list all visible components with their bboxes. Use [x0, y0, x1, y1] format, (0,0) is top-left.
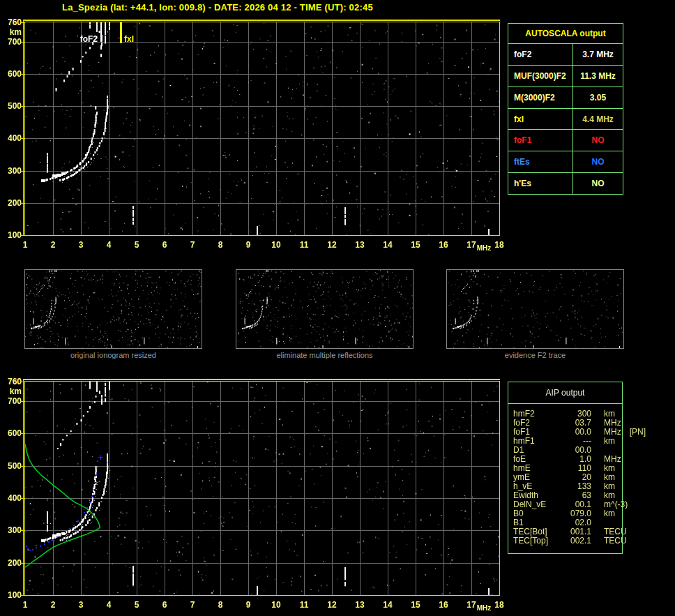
autoscala-row-value: NO [573, 135, 623, 145]
y-tick-mark [20, 74, 25, 75]
x-tick-label: 5 [126, 600, 147, 610]
x-tick-label: 8 [210, 240, 231, 250]
y-tick-label: 400 [1, 133, 22, 143]
y-tick-mark [20, 106, 25, 107]
autoscala-output-screen: La_Spezia (lat: +44.1, lon: 009.8) - DAT… [0, 0, 675, 616]
autoscala-row: M(3000)F23.05 [508, 87, 623, 109]
y-axis-unit-label: km [1, 27, 22, 37]
x-tick-label: 15 [405, 600, 426, 610]
thumbnail-caption-evidence: evidence F2 trace [446, 351, 624, 359]
x-tick-label: 8 [210, 600, 231, 610]
autoscala-row-value: 3.7 MHz [573, 50, 623, 59]
x-tick-label: 16 [433, 240, 454, 250]
aip-row: B0079.0km [513, 509, 622, 518]
y-tick-label: 300 [1, 525, 22, 535]
y-tick-label: 100 [1, 230, 22, 240]
y-tick-label: 700 [1, 37, 22, 47]
x-tick-label: 2 [43, 600, 63, 610]
autoscala-row-label: foF2 [508, 44, 573, 65]
y-tick-mark [20, 138, 25, 139]
station-date-title: La_Spezia (lat: +44.1, lon: 009.8) - DAT… [62, 2, 373, 13]
y-axis-unit-label: km [1, 386, 22, 396]
y-tick-label: 760 [1, 377, 22, 386]
x-tick-label: 1 [15, 600, 36, 610]
thumbnail-caption-eliminate: eliminate multiple reflections [236, 351, 414, 359]
autoscala-row-value: NO [573, 157, 623, 167]
aip-row-extra: [PN] [630, 428, 646, 437]
x-tick-label: 12 [321, 240, 342, 250]
autoscala-row-value: 4.4 MHz [573, 114, 623, 124]
y-tick-mark [20, 382, 25, 382]
autoscala-output-table: AUTOSCALA output foF23.7 MHzMUF(3000)F21… [508, 23, 623, 195]
bottom-plot-frame [24, 381, 500, 596]
y-tick-label: 500 [1, 461, 22, 471]
y-tick-label: 400 [1, 493, 22, 503]
thumbnail-original-ionogram [24, 269, 202, 349]
y-tick-label: 600 [1, 69, 22, 79]
y-tick-mark [20, 22, 25, 23]
x-tick-label: 11 [294, 600, 314, 610]
aip-row: TEC[Top]002.1TECU [513, 536, 622, 546]
autoscala-row: ftEsNO [508, 151, 623, 173]
y-tick-mark [20, 530, 25, 531]
autoscala-row-value: NO [573, 179, 623, 188]
x-tick-label: 3 [70, 600, 91, 610]
aip-row-unit: TECU [604, 536, 627, 546]
y-tick-label: 200 [1, 198, 22, 208]
autoscala-row-label: fxI [508, 109, 573, 130]
autoscala-row-value: 3.05 [573, 93, 623, 103]
y-tick-label: 100 [1, 590, 22, 600]
bottom-plot-outer-top-axis-line [23, 379, 500, 380]
aip-panel-rows: hmF2300kmfoF203.7MHzfoF100.0MHz[PN]hmF1-… [508, 404, 622, 546]
autoscala-row: fxI4.4 MHz [508, 109, 623, 130]
y-tick-mark [20, 42, 25, 43]
x-tick-label: 14 [377, 240, 398, 250]
top-plot-frame [24, 22, 500, 236]
x-axis-unit-label: MHz [473, 604, 494, 612]
x-tick-label: 15 [405, 240, 426, 250]
thumbnail-caption-original: original ionogram resized [24, 351, 202, 359]
autoscala-row: foF23.7 MHz [508, 44, 623, 66]
x-tick-label: 13 [349, 240, 370, 250]
autoscala-table-header: AUTOSCALA output [508, 24, 623, 44]
y-tick-mark [20, 171, 25, 172]
x-tick-label: 3 [70, 240, 91, 250]
x-tick-label: 9 [238, 240, 259, 250]
y-tick-mark [20, 595, 25, 596]
x-tick-label: 4 [98, 240, 119, 250]
x-tick-label: 10 [266, 600, 287, 610]
x-tick-label: 13 [349, 600, 370, 610]
y-tick-mark [20, 235, 25, 236]
x-tick-label: 9 [238, 600, 259, 610]
autoscala-row-label: h'Es [508, 173, 573, 194]
x-tick-label: 12 [321, 600, 342, 610]
x-tick-label: 6 [154, 240, 175, 250]
autoscala-row: h'EsNO [508, 173, 623, 194]
x-tick-label: 5 [126, 240, 147, 250]
y-tick-label: 200 [1, 558, 22, 568]
x-tick-label: 14 [377, 600, 398, 610]
thumbnail-eliminate-reflections [236, 269, 414, 349]
x-tick-label: 7 [182, 600, 203, 610]
y-tick-mark [20, 498, 25, 499]
autoscala-row-value: 11.3 MHz [573, 71, 623, 81]
aip-row-unit: km [604, 437, 615, 446]
aip-output-panel: AIP output hmF2300kmfoF203.7MHzfoF100.0M… [508, 382, 623, 554]
fof2-marker-label: foF2 [74, 34, 98, 44]
y-tick-label: 500 [1, 101, 22, 111]
x-tick-label: 1 [15, 240, 36, 250]
thumbnail-original-canvas [25, 270, 202, 348]
x-tick-label: 16 [433, 600, 454, 610]
y-tick-mark [20, 401, 25, 402]
x-tick-label: 2 [43, 240, 63, 250]
x-tick-label: 10 [266, 240, 287, 250]
x-tick-label: 4 [98, 600, 119, 610]
x-tick-label: 11 [294, 240, 314, 250]
thumbnail-evidence-canvas [447, 270, 623, 348]
x-tick-label: 6 [154, 600, 175, 610]
aip-row-unit: km [604, 509, 615, 518]
y-tick-label: 760 [1, 17, 22, 27]
aip-row: hmF1---km [513, 437, 622, 446]
y-tick-label: 700 [1, 396, 22, 406]
y-tick-mark [20, 433, 25, 434]
